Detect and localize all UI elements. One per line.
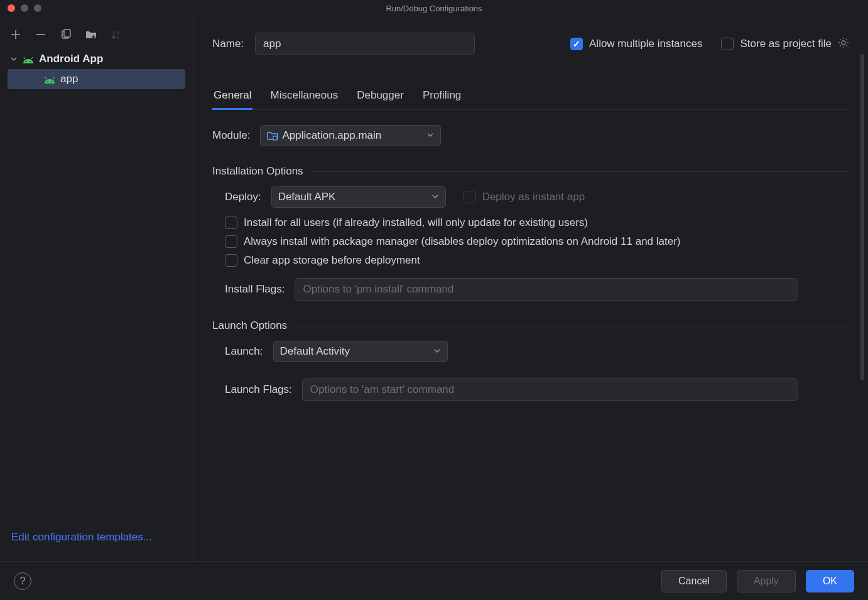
install-all-users-label: Install for all users (if already instal… [244, 217, 588, 229]
tab-profiling[interactable]: Profiling [421, 84, 462, 110]
cancel-button[interactable]: Cancel [661, 570, 727, 592]
clear-storage-checkbox[interactable]: Clear app storage before deployment [225, 254, 849, 267]
divider [295, 326, 849, 326]
store-project-label: Store as project file [740, 38, 832, 50]
remove-config-icon[interactable] [34, 28, 48, 41]
minimize-window-icon [21, 4, 28, 12]
always-pm-label: Always install with package manager (dis… [244, 235, 681, 248]
name-input[interactable] [255, 33, 475, 55]
svg-rect-1 [64, 29, 70, 37]
sort-alpha-icon: az [109, 28, 123, 41]
install-flags-input[interactable] [295, 278, 798, 301]
chevron-down-icon [10, 55, 18, 63]
deploy-instant-checkbox: Deploy as instant app [464, 191, 585, 203]
dialog-footer: ? Cancel Apply OK [0, 561, 868, 600]
deploy-label: Deploy: [225, 191, 261, 203]
android-icon [44, 75, 55, 83]
module-label: Module: [212, 129, 250, 142]
chevron-down-icon [426, 129, 434, 142]
add-config-icon[interactable] [9, 28, 23, 41]
launch-options-title: Launch Options [212, 319, 287, 332]
config-item-app[interactable]: app [8, 69, 185, 89]
deploy-instant-label: Deploy as instant app [482, 191, 585, 203]
allow-multiple-label: Allow multiple instances [589, 38, 702, 50]
window-controls [8, 4, 41, 12]
divider [311, 171, 849, 172]
launch-label: Launch: [225, 345, 263, 358]
always-pm-checkbox[interactable]: Always install with package manager (dis… [225, 235, 849, 248]
checkbox-icon [225, 217, 237, 229]
copy-config-icon[interactable] [59, 28, 73, 41]
module-folder-icon [267, 131, 278, 141]
content-panel: Name: Allow multiple instances Store as … [193, 16, 868, 561]
apply-button: Apply [737, 570, 796, 592]
launch-select[interactable]: Default Activity [273, 341, 448, 362]
close-window-icon[interactable] [8, 4, 15, 12]
deploy-value: Default APK [278, 191, 336, 203]
install-all-users-checkbox[interactable]: Install for all users (if already instal… [225, 217, 849, 229]
config-item-label: app [60, 73, 78, 85]
svg-point-5 [30, 61, 31, 62]
config-group-android-app[interactable]: Android App [8, 50, 185, 68]
chevron-down-icon [433, 345, 441, 358]
tab-miscellaneous[interactable]: Miscellaneous [269, 84, 339, 110]
configurations-sidebar: az Android App app Edit configuration te… [0, 16, 193, 561]
svg-point-8 [842, 41, 845, 45]
folder-config-icon[interactable] [84, 28, 98, 41]
checkbox-icon [225, 254, 237, 267]
tab-bar: General Miscellaneous Debugger Profiling [212, 84, 849, 110]
allow-multiple-checkbox[interactable]: Allow multiple instances [570, 38, 702, 50]
checkbox-icon [225, 235, 237, 248]
tab-debugger[interactable]: Debugger [355, 84, 405, 110]
deploy-select[interactable]: Default APK [271, 186, 446, 208]
edit-templates-link[interactable]: Edit configuration templates... [11, 531, 152, 543]
tab-general[interactable]: General [212, 84, 252, 110]
launch-flags-label: Launch Flags: [225, 383, 292, 396]
gear-icon[interactable] [838, 37, 849, 51]
checkbox-icon [721, 38, 734, 50]
svg-rect-9 [273, 136, 277, 140]
checkbox-icon [464, 191, 476, 203]
name-label: Name: [212, 38, 244, 50]
svg-point-6 [47, 81, 48, 82]
installation-options-title: Installation Options [212, 165, 303, 178]
module-value: Application.app.main [282, 129, 381, 142]
ok-button[interactable]: OK [806, 570, 854, 592]
help-icon[interactable]: ? [14, 572, 31, 590]
install-flags-label: Install Flags: [225, 283, 285, 296]
maximize-window-icon [34, 4, 41, 12]
titlebar: Run/Debug Configurations [0, 0, 868, 16]
config-group-label: Android App [39, 53, 103, 65]
checkbox-checked-icon [570, 38, 583, 50]
store-as-project-file-checkbox[interactable]: Store as project file [721, 37, 849, 51]
svg-point-7 [51, 81, 52, 82]
launch-value: Default Activity [280, 345, 350, 358]
svg-point-4 [26, 61, 27, 62]
chevron-down-icon [431, 191, 439, 203]
scrollbar[interactable] [860, 54, 864, 380]
svg-text:z: z [117, 35, 119, 40]
clear-storage-label: Clear app storage before deployment [244, 254, 420, 267]
android-icon [23, 55, 34, 63]
window-title: Run/Debug Configurations [386, 4, 482, 13]
svg-text:a: a [117, 30, 119, 35]
module-select[interactable]: Application.app.main [260, 125, 441, 146]
launch-flags-input[interactable] [302, 378, 798, 401]
